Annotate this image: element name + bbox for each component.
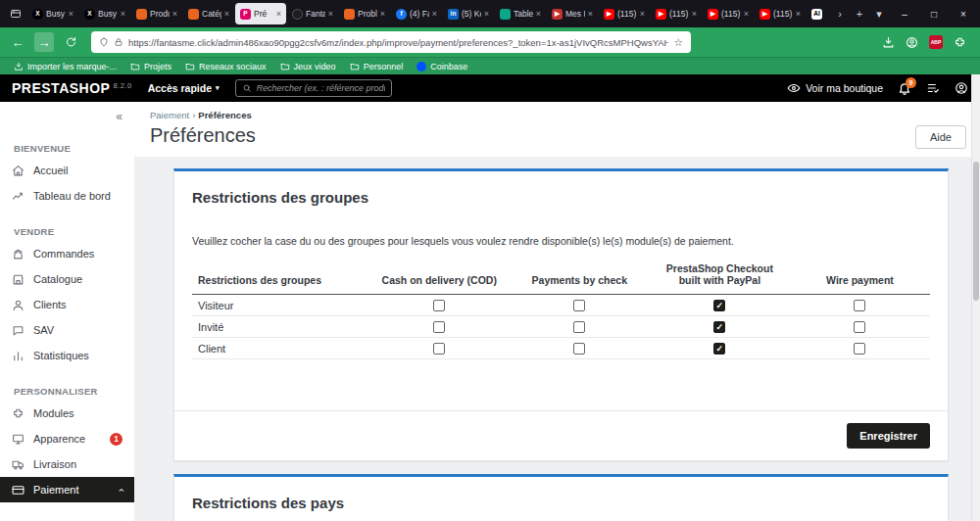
sidebar-item-livraison[interactable]: Livraison	[0, 451, 134, 477]
bookmark-folder-jeux[interactable]: Jeux video	[274, 60, 342, 73]
tab-close-icon[interactable]: ×	[276, 9, 281, 19]
browser-tab[interactable]: XBusy×	[27, 3, 78, 24]
breadcrumb-parent[interactable]: Paiement	[150, 110, 189, 120]
maximize-button[interactable]: □	[919, 0, 949, 27]
browser-tab[interactable]: Produ×	[131, 3, 182, 24]
payment-checkbox[interactable]	[433, 343, 445, 355]
card-title: Restrictions des pays	[192, 495, 930, 511]
sidebar-item-statistiques[interactable]: Statistiques	[0, 343, 134, 368]
scrollbar-thumb[interactable]	[973, 162, 979, 301]
extensions-puzzle-icon[interactable]	[954, 36, 966, 49]
browser-tab[interactable]: ▶(115)×	[599, 3, 650, 24]
prestashop-logo[interactable]: PRESTASHOP8.2.0	[12, 80, 132, 96]
bookmark-star-icon[interactable]: ☆	[673, 36, 683, 49]
scrollbar-track[interactable]	[971, 74, 980, 521]
minimize-button[interactable]: –	[890, 0, 919, 27]
tab-close-icon[interactable]: ×	[588, 9, 593, 19]
payment-checkbox[interactable]	[433, 300, 445, 311]
folder-icon	[185, 62, 195, 71]
browser-tab-active[interactable]: PPré×	[235, 3, 286, 24]
breadcrumb: Paiement›Préférences	[150, 110, 964, 120]
bookmark-import[interactable]: Importer les marque-...	[8, 60, 122, 73]
help-button[interactable]: Aide	[915, 125, 966, 149]
browser-tab[interactable]: Catég×	[183, 3, 234, 24]
table-row-client: Client	[192, 338, 930, 359]
notifications-bell[interactable]: 9	[898, 81, 911, 95]
payment-checkbox[interactable]	[854, 321, 865, 333]
browser-tab[interactable]: ▶(115) LECTURE×	[703, 3, 754, 24]
refresh-button[interactable]	[61, 32, 80, 52]
payment-checkbox[interactable]	[713, 321, 725, 333]
firefox-view-icon[interactable]	[6, 4, 25, 24]
browser-tab[interactable]: in(5) Ke×	[443, 3, 494, 24]
browser-tab[interactable]: ▶(115) LECTURE×	[755, 3, 806, 24]
sidebar-item-paiement[interactable]: Paiement›	[0, 477, 134, 502]
bookmark-coinbase[interactable]: Coinbase	[411, 60, 473, 73]
close-button[interactable]: ×	[949, 0, 978, 27]
browser-tab[interactable]: ▶(115)×	[651, 3, 702, 24]
forward-button[interactable]: →	[34, 32, 54, 52]
tab-close-icon[interactable]: ×	[224, 9, 229, 19]
payment-checkbox[interactable]	[573, 321, 585, 333]
tracking-shield-icon[interactable]	[99, 37, 109, 47]
tab-close-icon[interactable]: ×	[172, 9, 177, 19]
address-bar[interactable]: https://fantasme.click/admin486xao90pgg2…	[91, 31, 691, 53]
browser-tab[interactable]: ▶Mes P×	[547, 3, 598, 24]
sidebar-item-accueil[interactable]: Accueil	[0, 158, 134, 183]
payment-checkbox[interactable]	[854, 300, 865, 311]
tab-close-icon[interactable]: ×	[796, 9, 801, 19]
tab-close-icon[interactable]: ×	[536, 9, 541, 19]
payment-checkbox[interactable]	[713, 343, 725, 355]
sidebar-item-modules[interactable]: Modules	[0, 401, 134, 426]
sidebar-item-sav[interactable]: SAV	[0, 317, 134, 343]
sidebar-item-commandes[interactable]: Commandes	[0, 241, 134, 266]
browser-tab[interactable]: AI	[807, 3, 829, 24]
payment-checkbox[interactable]	[573, 300, 585, 311]
apparence-badge: 1	[110, 433, 122, 446]
back-button[interactable]: ←	[8, 32, 27, 52]
sidebar-item-apparence[interactable]: Apparence1	[0, 426, 134, 451]
browser-tab[interactable]: f(4) Fa×	[391, 3, 442, 24]
url-text[interactable]: https://fantasme.click/admin486xao90pgg2…	[128, 37, 668, 48]
sidebar-item-tableau-de-bord[interactable]: Tableau de bord	[0, 183, 134, 209]
lock-icon[interactable]	[114, 37, 123, 47]
tab-scroll-right-icon[interactable]: ›	[831, 8, 849, 20]
sidebar-item-clients[interactable]: Clients	[0, 292, 134, 317]
payment-checkbox[interactable]	[854, 343, 865, 355]
bookmark-folder-reseaux[interactable]: Reseaux sociaux	[179, 60, 272, 73]
save-button[interactable]: Enregistrer	[847, 423, 930, 449]
tab-close-icon[interactable]: ×	[380, 9, 385, 19]
profile-menu[interactable]	[955, 81, 968, 95]
tab-close-icon[interactable]: ×	[640, 9, 645, 19]
new-tab-button[interactable]: +	[851, 8, 868, 20]
browser-tab[interactable]: Fanta×	[287, 3, 338, 24]
tab-close-icon[interactable]: ×	[121, 9, 125, 19]
bookmark-folder-personnel[interactable]: Personnel	[344, 60, 410, 73]
browser-tab[interactable]: Table×	[495, 3, 546, 24]
admin-search-box[interactable]	[235, 79, 392, 97]
quick-access-dropdown[interactable]: Accès rapide▾	[148, 82, 220, 94]
tab-close-icon[interactable]: ×	[484, 9, 489, 19]
admin-search-input[interactable]	[257, 83, 385, 93]
chevron-up-icon: ›	[116, 488, 126, 491]
payment-checkbox[interactable]	[573, 343, 585, 355]
payment-checkbox[interactable]	[433, 321, 445, 333]
feedback-list-button[interactable]	[926, 81, 940, 95]
downloads-icon[interactable]	[882, 36, 895, 49]
tab-close-icon[interactable]: ×	[328, 9, 333, 19]
browser-tab[interactable]: XBusy×	[79, 3, 130, 24]
tab-close-icon[interactable]: ×	[432, 9, 437, 19]
view-shop-link[interactable]: Voir ma boutique	[787, 81, 883, 95]
tab-label: Fanta	[306, 9, 325, 19]
browser-tab[interactable]: Probl×	[339, 3, 390, 24]
bookmark-folder-projets[interactable]: Projets	[124, 60, 177, 73]
list-all-tabs-icon[interactable]: ▾	[870, 8, 888, 21]
tab-close-icon[interactable]: ×	[69, 9, 74, 19]
tab-close-icon[interactable]: ×	[744, 9, 749, 19]
sidebar-item-catalogue[interactable]: Catalogue	[0, 266, 134, 292]
sidebar-collapse-icon[interactable]: «	[116, 110, 122, 123]
account-icon[interactable]	[906, 36, 918, 49]
payment-checkbox[interactable]	[713, 300, 725, 311]
tab-close-icon[interactable]: ×	[692, 9, 697, 19]
adblock-icon[interactable]: ABP	[929, 35, 943, 49]
